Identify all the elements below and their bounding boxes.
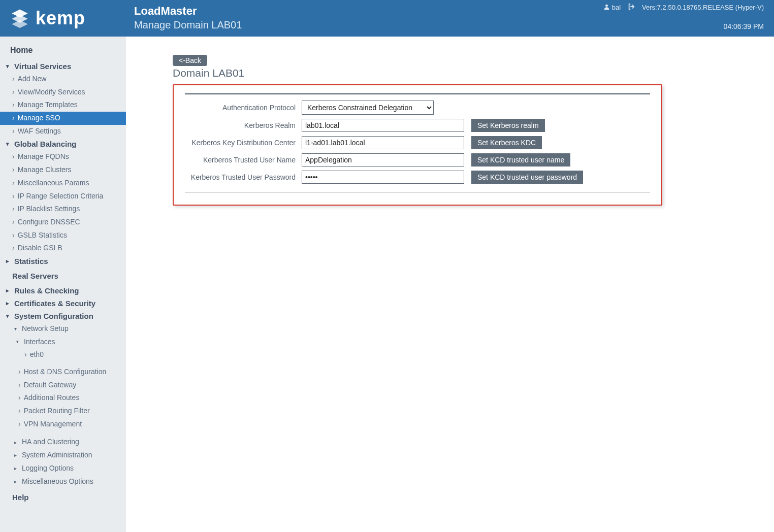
sidebar: Home ▾ Virtual Services Add New View/Mod… <box>0 37 126 532</box>
sidebar-item-view-modify-services[interactable]: View/Modify Services <box>0 86 126 99</box>
caret-down-icon: ▾ <box>14 325 20 333</box>
sidebar-item-manage-fqdns[interactable]: Manage FQDNs <box>0 150 126 163</box>
sidebar-item-additional-routes[interactable]: Additional Routes <box>0 391 126 405</box>
header-clock: 04:06:39 PM <box>724 22 764 30</box>
sidebar-item-system-administration[interactable]: ▸ System Administration <box>0 449 126 462</box>
sidebar-item-real-servers[interactable]: Real Servers <box>0 268 126 284</box>
sidebar-item-manage-templates[interactable]: Manage Templates <box>0 98 126 112</box>
sidebar-section-statistics[interactable]: ▸ Statistics <box>0 255 126 268</box>
caret-right-icon: ▸ <box>14 439 20 447</box>
config-box: Authentication Protocol Kerberos Constra… <box>173 84 662 206</box>
header-right: bal Vers:7.2.50.0.18765.RELEASE (Hyper-V… <box>603 3 764 12</box>
domain-title: Domain LAB01 <box>173 67 766 79</box>
caret-down-icon: ▾ <box>6 63 12 70</box>
sidebar-item-add-new[interactable]: Add New <box>0 73 126 86</box>
sidebar-section-virtual-services[interactable]: ▾ Virtual Services <box>0 60 126 73</box>
sidebar-item-waf-settings[interactable]: WAF Settings <box>0 125 126 138</box>
sidebar-item-logging-options[interactable]: ▸ Logging Options <box>0 462 126 475</box>
sidebar-item-vpn-management[interactable]: VPN Management <box>0 418 126 431</box>
label-kerberos-realm: Kerberos Realm <box>185 121 302 129</box>
header-user-name: bal <box>612 4 621 11</box>
sidebar-item-misc-params[interactable]: Miscellaneous Params <box>0 177 126 190</box>
row-trusted-password: Kerberos Trusted User Password Set KCD t… <box>185 171 650 184</box>
input-trusted-password[interactable] <box>302 171 464 184</box>
row-kerberos-kdc: Kerberos Key Distribution Center Set Ker… <box>185 136 650 149</box>
sidebar-item-gslb-statistics[interactable]: GSLB Statistics <box>0 229 126 242</box>
caret-right-icon: ▸ <box>14 451 20 459</box>
button-set-kerberos-realm[interactable]: Set Kerberos realm <box>471 119 545 132</box>
sidebar-item-default-gateway[interactable]: Default Gateway <box>0 379 126 392</box>
user-icon <box>603 4 610 12</box>
page-subtitle: Manage Domain LAB01 <box>134 18 764 32</box>
sidebar-item-network-setup[interactable]: ▾ Network Setup <box>0 322 126 336</box>
caret-down-icon: ▾ <box>6 141 12 147</box>
kemp-logo-icon <box>9 8 30 29</box>
sidebar-item-configure-dnssec[interactable]: Configure DNSSEC <box>0 216 126 229</box>
button-set-trusted-password[interactable]: Set KCD trusted user password <box>471 171 583 184</box>
label-kerberos-kdc: Kerberos Key Distribution Center <box>185 139 302 147</box>
caret-right-icon: ▸ <box>6 287 12 294</box>
header-main: LoadMaster Manage Domain LAB01 bal Vers:… <box>126 0 774 37</box>
button-set-kerberos-kdc[interactable]: Set Kerberos KDC <box>471 136 542 149</box>
sidebar-item-manage-clusters[interactable]: Manage Clusters <box>0 163 126 177</box>
row-trusted-user: Kerberos Trusted User Name Set KCD trust… <box>185 153 650 167</box>
content-area: <-Back Domain LAB01 Authentication Proto… <box>126 37 774 532</box>
sidebar-item-help[interactable]: Help <box>0 488 126 507</box>
sidebar-item-packet-routing-filter[interactable]: Packet Routing Filter <box>0 405 126 418</box>
input-trusted-user[interactable] <box>302 153 464 167</box>
sidebar-section-rules-checking[interactable]: ▸ Rules & Checking <box>0 284 126 297</box>
input-kerberos-realm[interactable] <box>302 119 464 132</box>
sidebar-section-certs-security[interactable]: ▸ Certificates & Security <box>0 297 126 310</box>
sidebar-item-host-dns[interactable]: Host & DNS Configuration <box>0 365 126 379</box>
caret-down-icon: ▾ <box>16 339 22 346</box>
button-set-trusted-user[interactable]: Set KCD trusted user name <box>471 153 570 167</box>
sidebar-item-ha-clustering[interactable]: ▸ HA and Clustering <box>0 436 126 449</box>
label-trusted-user: Kerberos Trusted User Name <box>185 156 302 164</box>
logo[interactable]: kemp <box>9 8 85 29</box>
sidebar-section-global-balancing[interactable]: ▾ Global Balancing <box>0 138 126 150</box>
sidebar-item-interfaces[interactable]: ▾ Interfaces <box>0 336 126 349</box>
sidebar-item-home[interactable]: Home <box>0 43 126 60</box>
caret-down-icon: ▾ <box>6 313 12 319</box>
logout-icon[interactable] <box>628 3 635 12</box>
caret-right-icon: ▸ <box>14 464 20 473</box>
divider-top <box>185 93 650 94</box>
logo-zone: kemp <box>0 0 126 37</box>
svg-point-0 <box>605 4 608 7</box>
logo-text: kemp <box>36 8 85 29</box>
header-version: Vers:7.2.50.0.18765.RELEASE (Hyper-V) <box>642 4 764 11</box>
back-button[interactable]: <-Back <box>173 55 207 66</box>
caret-right-icon: ▸ <box>14 478 20 486</box>
sidebar-item-disable-gslb[interactable]: Disable GSLB <box>0 242 126 255</box>
row-auth-protocol: Authentication Protocol Kerberos Constra… <box>185 101 650 115</box>
row-kerberos-realm: Kerberos Realm Set Kerberos realm <box>185 119 650 132</box>
sidebar-item-ip-blacklist[interactable]: IP Blacklist Settings <box>0 203 126 216</box>
label-trusted-password: Kerberos Trusted User Password <box>185 173 302 181</box>
caret-right-icon: ▸ <box>6 300 12 307</box>
select-auth-protocol[interactable]: Kerberos Constrained Delegation <box>302 101 434 115</box>
header-user[interactable]: bal <box>603 4 621 12</box>
sidebar-section-system-configuration[interactable]: ▾ System Configuration <box>0 310 126 322</box>
input-kerberos-kdc[interactable] <box>302 136 464 149</box>
caret-right-icon: ▸ <box>6 258 12 264</box>
sidebar-item-miscellaneous-options[interactable]: ▸ Miscellaneous Options <box>0 475 126 488</box>
header-bar: kemp LoadMaster Manage Domain LAB01 bal … <box>0 0 774 37</box>
divider-bottom <box>185 192 650 192</box>
sidebar-item-manage-sso[interactable]: Manage SSO <box>0 112 126 125</box>
sidebar-item-ip-range-selection[interactable]: IP Range Selection Criteria <box>0 190 126 203</box>
label-auth-protocol: Authentication Protocol <box>185 104 302 112</box>
sidebar-item-eth0[interactable]: eth0 <box>0 348 126 361</box>
